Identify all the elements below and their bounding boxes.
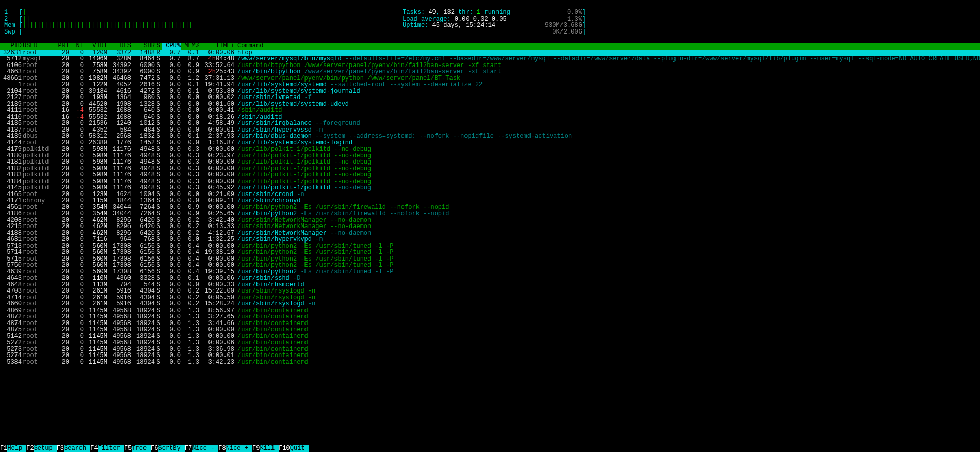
process-row[interactable]: 4183polkitd200598M111764948S0.00.30:00.0… [0,172,980,179]
process-row[interactable]: 4186root200354M340447264S0.00.90:25.65/u… [0,211,980,217]
process-row[interactable]: 4872root2001145M4956818924S0.01.33:27.65… [0,314,980,320]
fkey-f7[interactable]: F7 [185,445,192,452]
col-s[interactable]: S [155,43,162,50]
process-row[interactable]: 4111root16-4555321088640S0.00.00:00.41/s… [0,107,980,114]
flabel-sortby[interactable]: SortBy [158,445,185,452]
process-row[interactable]: 4631root2007116964768S0.00.01:32.25/usr/… [0,236,980,243]
col-cmd[interactable]: Command [234,43,263,50]
process-row[interactable]: 1root200122M40522616S0.00.119:41.94/usr/… [0,82,980,88]
flabel-quit[interactable]: Quit [290,445,309,452]
process-row[interactable]: 4215root200462M82966420S0.00.20:13.33/us… [0,223,980,230]
flabel-help[interactable]: Help [7,445,26,452]
col-res[interactable]: RES [107,43,131,50]
col-ni[interactable]: NI [69,43,84,50]
col-user[interactable]: USER [22,43,54,50]
col-mem[interactable]: MEM% [181,43,199,50]
process-row[interactable]: 4875root2001145M4956818924S0.01.30:00.00… [0,327,980,333]
process-row[interactable]: 4171chrony200115M18441364S0.00.00:09.11/… [0,198,980,204]
process-row[interactable]: 4660root200261M59164304S0.00.215:28.24/u… [0,301,980,308]
fkey-f4[interactable]: F4 [90,445,98,452]
system-stats: Tasks: 49, 132 thr; 1 running Load avera… [403,9,510,29]
flabel-setup[interactable]: Setup [34,445,57,452]
cpu-mem-meters: 1 [| 2 [|| Mem [||||||||||||||||||||||||… [4,9,192,35]
process-row[interactable]: 5272root2001145M4956818924S0.01.30:00.06… [0,340,980,346]
fkey-f10[interactable]: F10 [279,445,290,452]
process-row[interactable]: 5712mysql2001406M328M8464S0.78.74h04:48/… [0,56,980,62]
meter-values: 0.0%] 1.3%] 930M/3.68G] 0K/2.00G] [545,9,586,35]
process-row[interactable]: 4663root200758M343926000S0.00.92h25:43/u… [0,69,980,75]
process-row[interactable]: 5384root2001145M4956818924S0.01.33:42.23… [0,359,980,366]
fkey-f9[interactable]: F9 [252,445,260,452]
flabel-nice -[interactable]: Nice - [192,445,218,452]
fkey-f1[interactable]: F1 [0,445,7,452]
fkey-f3[interactable]: F3 [57,445,64,452]
uptime-val: 45 days, 15:24:14 [432,22,495,29]
process-row[interactable]: 4179polkitd200598M111764948S0.00.30:00.0… [0,146,980,153]
flabel-kill[interactable]: Kill [260,445,279,452]
col-shr[interactable]: SHR [131,43,155,50]
fkey-f5[interactable]: F5 [124,445,132,452]
process-row[interactable]: 4181polkitd200598M111764948S0.00.30:00.0… [0,159,980,166]
process-row[interactable]: 2127root200193M1364980S0.00.00:00.02/usr… [0,94,980,101]
col-pri[interactable]: PRI [54,43,69,50]
swp-val: 0K/2.00G [552,28,582,36]
fkey-f2[interactable]: F2 [26,445,34,452]
col-cpu[interactable]: CPU% [162,43,181,50]
process-row[interactable]: 4135root2002153612401012S0.00.04:58.49/u… [0,120,980,127]
col-pid[interactable]: PID [0,43,22,50]
process-row[interactable]: 5714root200560M173086156S0.00.419:38.10/… [0,249,980,256]
process-row[interactable]: 4703root200261M59164304S0.00.215:22.00/u… [0,288,980,295]
flabel-filter[interactable]: Filter [98,445,124,452]
process-list[interactable]: 32631root200120M33721488R0.70.10:00.06ht… [0,50,980,366]
process-row[interactable]: 4643root200110M43603328S0.00.10:00.06/us… [0,275,980,282]
col-virt[interactable]: VIRT [84,43,107,50]
flabel-search[interactable]: Search [64,445,90,452]
fkey-f8[interactable]: F8 [218,445,226,452]
col-time[interactable]: TIME+ [199,43,234,50]
flabel-tree[interactable]: Tree [132,445,151,452]
process-row[interactable]: 4145polkitd200598M111764948S0.00.30:45.9… [0,185,980,191]
process-row[interactable]: 4139dbus2005831225681832S0.00.12:37.93/u… [0,133,980,140]
swp-label: Swp [4,28,15,36]
flabel-nice +[interactable]: Nice + [226,445,252,452]
column-header[interactable]: PID USER PRI NI VIRT RES SHR S CPU% MEM%… [0,43,980,50]
function-key-bar[interactable]: F1HelpF2SetupF3SearchF4FilterF5TreeF6Sor… [0,445,980,452]
fkey-f6[interactable]: F6 [151,445,158,452]
process-row[interactable]: 5274root2001145M4956818924S0.01.30:00.01… [0,352,980,359]
process-row[interactable]: 5750root200560M173086156S0.00.40:00.00/u… [0,262,980,269]
